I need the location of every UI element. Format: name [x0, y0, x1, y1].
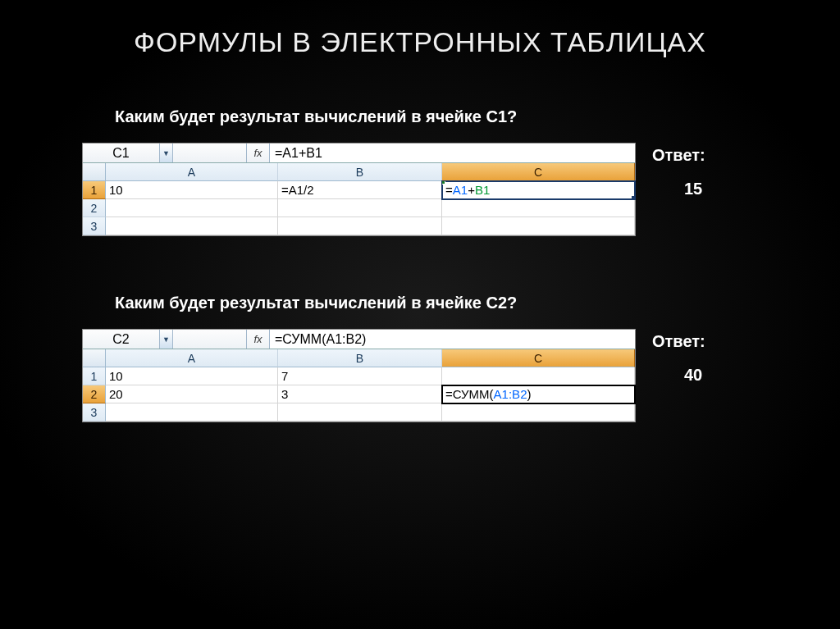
row-header[interactable]: 3 — [83, 217, 106, 235]
cell-c1[interactable]: =A1+B1 — [442, 181, 635, 199]
row-header[interactable]: 1 — [83, 181, 106, 199]
question-2: Каким будет результат вычислений в ячейк… — [115, 294, 799, 312]
cell-a1[interactable]: 10 — [106, 181, 278, 199]
formula-bar-text: =СУММ(A1:B2) — [275, 332, 366, 347]
example-2: C2 ▼ fx =СУММ(A1:B2) 1 2 3 A B — [82, 329, 799, 422]
name-box-text: C2 — [83, 332, 159, 347]
row-header[interactable]: 3 — [83, 403, 106, 422]
column-header[interactable]: A — [106, 349, 278, 367]
answer-label: Ответ: — [652, 146, 734, 165]
answer-block-2: Ответ: 40 — [652, 329, 734, 385]
formula-bar-input[interactable]: =A1+B1 — [270, 144, 635, 162]
cell-b2[interactable]: 3 — [278, 385, 442, 403]
spreadsheet-2: C2 ▼ fx =СУММ(A1:B2) 1 2 3 A B — [82, 329, 636, 422]
select-all-corner[interactable] — [83, 349, 106, 367]
slide: ФОРМУЛЫ В ЭЛЕКТРОННЫХ ТАБЛИЦАХ Каким буд… — [0, 0, 840, 629]
formula-bar-gap — [173, 330, 247, 349]
cell-b3[interactable] — [278, 217, 442, 235]
name-box[interactable]: C2 ▼ — [83, 330, 173, 349]
name-box-text: C1 — [83, 146, 159, 161]
question-1: Каким будет результат вычислений в ячейк… — [115, 107, 799, 126]
answer-block-1: Ответ: 15 — [652, 143, 734, 198]
cell-b1[interactable]: =A1/2 — [278, 181, 442, 199]
cell-a2[interactable] — [106, 199, 278, 217]
fx-icon[interactable]: fx — [247, 144, 270, 162]
name-box-dropdown-icon[interactable]: ▼ — [159, 330, 172, 349]
column-header[interactable]: B — [278, 163, 442, 181]
answer-label: Ответ: — [652, 332, 734, 351]
formula-bar-row: C2 ▼ fx =СУММ(A1:B2) — [83, 330, 635, 349]
cell-a2[interactable]: 20 — [106, 385, 278, 403]
column-header[interactable]: A — [106, 163, 278, 181]
row-header[interactable]: 2 — [83, 385, 106, 403]
cell-c2[interactable] — [442, 199, 635, 217]
formula-bar-gap — [173, 144, 247, 162]
cell-b3[interactable] — [278, 403, 442, 422]
cell-b2[interactable] — [278, 199, 442, 217]
answer-value: 15 — [652, 180, 734, 198]
formula-bar-text: =A1+B1 — [275, 146, 322, 161]
column-header[interactable]: B — [278, 349, 442, 367]
slide-title: ФОРМУЛЫ В ЭЛЕКТРОННЫХ ТАБЛИЦАХ — [41, 26, 799, 58]
cell-a1[interactable]: 10 — [106, 367, 278, 385]
row-header[interactable]: 2 — [83, 199, 106, 217]
cell-c3[interactable] — [442, 403, 635, 422]
column-header[interactable]: C — [442, 349, 635, 367]
cell-a3[interactable] — [106, 403, 278, 422]
select-all-corner[interactable] — [83, 163, 106, 181]
name-box[interactable]: C1 ▼ — [83, 144, 173, 162]
row-header[interactable]: 1 — [83, 367, 106, 385]
cell-b1[interactable]: 7 — [278, 367, 442, 385]
cell-c1[interactable] — [442, 367, 635, 385]
fx-icon[interactable]: fx — [247, 330, 270, 349]
column-header[interactable]: C — [442, 163, 635, 181]
spreadsheet-1: C1 ▼ fx =A1+B1 1 2 3 A B C — [82, 143, 636, 236]
cell-a3[interactable] — [106, 217, 278, 235]
cell-c2[interactable]: =СУММ(A1:B2) — [442, 385, 635, 403]
name-box-dropdown-icon[interactable]: ▼ — [159, 144, 172, 162]
example-1: C1 ▼ fx =A1+B1 1 2 3 A B C — [82, 143, 799, 236]
formula-bar-input[interactable]: =СУММ(A1:B2) — [270, 330, 635, 349]
answer-value: 40 — [652, 366, 734, 385]
cell-c3[interactable] — [442, 217, 635, 235]
formula-bar-row: C1 ▼ fx =A1+B1 — [83, 144, 635, 163]
